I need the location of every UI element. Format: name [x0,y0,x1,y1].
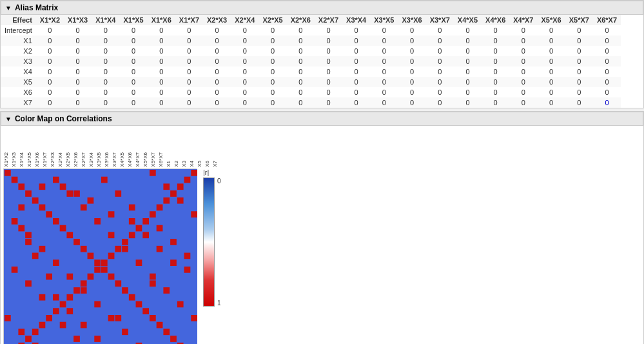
alias-cell: 0 [64,56,92,66]
heatmap-cell [184,253,191,259]
alias-cell: 0 [203,46,231,56]
alias-cell: 0 [482,35,509,46]
alias-cell: 0 [203,25,231,35]
heatmap-cell [94,336,101,342]
alias-cell: 0 [565,97,593,108]
alias-cell: 0 [482,66,509,77]
alias-col-header: X2*X7 [315,15,342,25]
alias-cell: 0 [537,25,565,35]
alias-cell: 0 [482,87,509,97]
alias-col-header: X1*X6 [148,15,175,25]
heatmap-cell [18,205,24,211]
alias-matrix-header[interactable]: ▼ Alias Matrix [1,1,643,15]
alias-cell: 0 [175,25,203,35]
col-header-item: X1*X3 [11,152,19,167]
alias-cell: 0 [119,87,147,97]
alias-cell: 0 [175,56,203,66]
alias-cell: 0 [175,77,203,87]
alias-cell: 0 [509,77,537,87]
alias-cell: 0 [119,56,147,66]
alias-cell: 0 [565,46,593,56]
alias-cell: 0 [398,35,425,46]
alias-cell: 0 [175,35,203,46]
legend-title: |r| [203,168,209,176]
heatmap-cell [150,211,156,218]
alias-cell: 0 [537,35,565,46]
heatmap-cell [32,253,39,259]
color-map-header[interactable]: ▼ Color Map on Correlations [1,112,643,126]
alias-col-header: X2*X5 [259,15,286,25]
heatmap-cell [53,218,59,225]
heatmap-cell [88,253,94,259]
alias-cell: 0 [231,77,259,87]
alias-cell: 0 [287,46,315,56]
col-header-item: X5*X7 [150,152,158,167]
alias-cell: 0 [398,87,425,97]
heatmap-cell [94,267,101,273]
alias-table: EffectX1*X2X1*X3X1*X4X1*X5X1*X6X1*X7X2*X… [1,15,621,108]
alias-cell: 0 [565,66,593,77]
table-row: X3000000000000000000000 [1,56,621,66]
heatmap-cell [115,246,121,252]
heatmap-cell [39,322,46,329]
alias-cell: 0 [287,25,315,35]
alias-cell: 0 [148,77,175,87]
heatmap-cell [73,287,80,294]
color-map-canvas [3,168,197,344]
alias-cell: 0 [426,25,454,35]
table-row: X4000000000000000000000 [1,66,621,77]
heatmap-cell [66,274,73,280]
heatmap-cell [39,246,46,252]
effect-label: X2 [1,46,36,56]
alias-cell: 0 [398,77,425,87]
heatmap-cell [191,170,197,176]
alias-cell: 0 [454,87,482,97]
heatmap-cell [53,259,59,266]
alias-cell: 0 [537,66,565,77]
col-header-item: X4*X7 [135,152,142,167]
col-header-item: X6 [204,161,212,167]
heatmap-cell [150,315,156,321]
heatmap-cell [25,280,32,287]
heatmap-cell [73,239,80,245]
alias-cell: 0 [119,25,147,35]
col-header-item: X2*X7 [81,152,88,167]
alias-cell: 0 [593,46,621,56]
alias-cell: 0 [454,66,482,77]
alias-col-header: X1*X5 [119,15,147,25]
col-header-item: X2 [173,161,181,167]
effect-label: X7 [1,97,36,108]
alias-col-header: X3*X7 [426,15,454,25]
heatmap-cell [81,246,87,252]
alias-cell: 0 [92,35,119,46]
alias-cell: 0 [259,35,286,46]
alias-cell: 0 [342,97,370,108]
alias-col-header: Effect [1,15,36,25]
alias-cell: 0 [370,77,398,87]
col-header-item: X4*X6 [127,152,135,167]
heatmap-cell [184,267,191,273]
alias-cell: 0 [482,97,509,108]
heatmap-cell [157,225,163,232]
alias-col-header: X6*X7 [593,15,621,25]
alias-col-header: X3*X5 [370,15,398,25]
heatmap-cell [170,336,177,342]
alias-cell: 0 [370,66,398,77]
heatmap-cell [88,274,94,280]
heatmap-cell [163,197,170,204]
heatmap-cell [5,315,11,321]
alias-col-header: X3*X6 [398,15,425,25]
alias-cell: 0 [509,97,537,108]
col-header-item: X3*X4 [88,152,96,167]
alias-matrix-section: ▼ Alias Matrix EffectX1*X2X1*X3X1*X4X1*X… [0,0,644,108]
alias-cell: 0 [454,97,482,108]
alias-cell: 0 [342,87,370,97]
heatmap-cell [73,190,80,197]
heatmap-cell [115,315,121,321]
alias-cell: 0 [36,66,64,77]
alias-cell: 0 [509,66,537,77]
alias-cell: 0 [509,35,537,46]
alias-table-wrapper: EffectX1*X2X1*X3X1*X4X1*X5X1*X6X1*X7X2*X… [1,15,643,108]
heatmap-cell [53,177,59,183]
alias-cell: 0 [36,46,64,56]
